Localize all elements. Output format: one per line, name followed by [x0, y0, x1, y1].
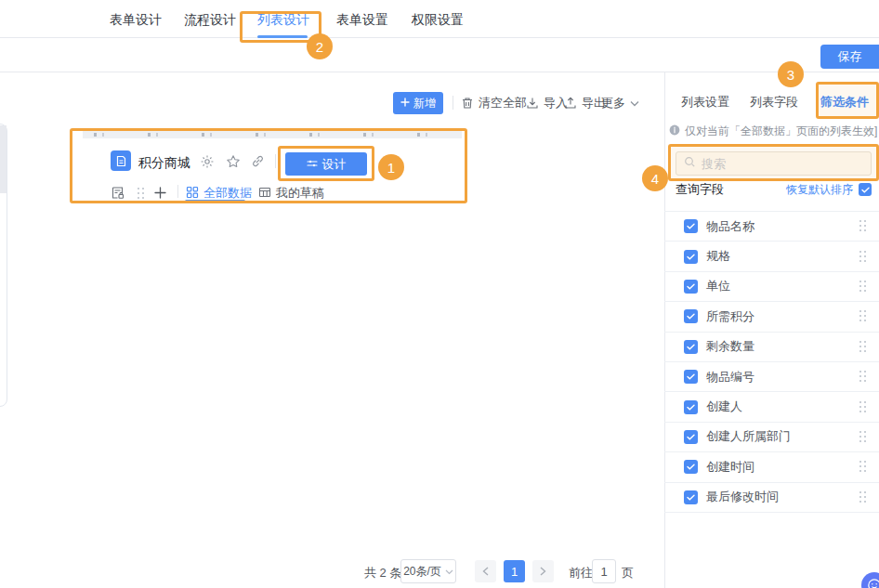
field-label: 最后修改时间: [706, 489, 779, 505]
panel-tab-list-fields[interactable]: 列表字段: [750, 94, 798, 111]
field-label: 创建时间: [706, 459, 754, 476]
field-row-create-time: 创建时间: [664, 452, 879, 482]
field-label: 剩余数量: [706, 338, 754, 355]
more-button[interactable]: 更多: [601, 95, 639, 111]
export-icon: [564, 97, 577, 110]
table-view-icon: [258, 186, 271, 202]
link-icon[interactable]: [250, 153, 266, 169]
field-row-item-name: 物品名称: [664, 212, 879, 242]
tab-form-settings[interactable]: 表单设置: [336, 12, 388, 29]
app-form-icon[interactable]: [111, 150, 131, 171]
field-checkbox[interactable]: [684, 340, 698, 354]
export-button[interactable]: 导出: [564, 95, 606, 111]
import-icon: [526, 97, 539, 110]
total-count: 共 2 条: [364, 565, 401, 581]
design-button[interactable]: 设计: [285, 152, 367, 176]
step-badge-1: 1: [378, 154, 404, 180]
partial-left-card-header: [0, 125, 7, 193]
field-checkbox[interactable]: [684, 280, 698, 294]
field-search-input[interactable]: [702, 157, 850, 171]
current-page-button[interactable]: 1: [504, 560, 525, 582]
add-view-icon[interactable]: [152, 185, 168, 201]
page-unit-label: 页: [622, 565, 634, 581]
top-header: 表单设计 流程设计 列表设计 表单设置 权限设置: [0, 0, 879, 38]
toolbar-separator: [453, 96, 453, 110]
drag-dots-icon[interactable]: [133, 186, 149, 202]
panel-notice: 仅对当前「全部数据」页面的列表生效]: [669, 124, 877, 139]
field-checkbox[interactable]: [684, 490, 698, 504]
step-badge-3: 3: [778, 61, 804, 87]
goto-page-input[interactable]: [592, 559, 616, 583]
design-icon: [307, 157, 318, 171]
goto-label: 前往: [569, 565, 593, 581]
next-page-button[interactable]: [532, 560, 554, 582]
field-checkbox[interactable]: [684, 219, 698, 233]
field-row-item-no: 物品编号: [664, 362, 879, 392]
panel-tab-list-settings[interactable]: 列表设置: [681, 94, 729, 111]
field-row-unit: 单位: [664, 272, 879, 302]
reset-sort-checkbox[interactable]: [859, 183, 872, 196]
drag-handle-icon[interactable]: [859, 371, 868, 383]
search-icon: [684, 155, 696, 172]
trash-icon: [461, 97, 474, 110]
field-label: 物品名称: [706, 218, 754, 235]
step-badge-4: 4: [642, 165, 668, 191]
tab-form-design[interactable]: 表单设计: [110, 12, 162, 29]
app-window: 表单设计 流程设计 列表设计 表单设置 权限设置 保存 新增 清空全部 导入 导…: [0, 0, 879, 588]
add-record-button[interactable]: 新增: [393, 92, 443, 114]
tab-permission-settings[interactable]: 权限设置: [412, 12, 464, 29]
drag-handle-icon[interactable]: [859, 491, 868, 503]
field-checkbox[interactable]: [684, 370, 698, 384]
info-icon: [669, 124, 680, 138]
clear-all-button[interactable]: 清空全部: [461, 95, 527, 111]
chevron-down-icon: [445, 565, 453, 578]
active-view-underline: [185, 200, 245, 203]
drag-handle-icon[interactable]: [859, 401, 868, 413]
grid-view-icon: [186, 186, 199, 202]
panel-tab-filter-conditions[interactable]: 筛选条件: [820, 94, 869, 111]
fields-header: 查询字段 恢复默认排序: [676, 181, 872, 198]
reset-default-sort-link[interactable]: 恢复默认排序: [786, 182, 853, 198]
step-badge-2: 2: [307, 33, 333, 59]
chevron-down-icon: [630, 100, 639, 107]
clipped-row-fragments: [83, 131, 462, 138]
field-checkbox[interactable]: [684, 460, 698, 474]
field-checkbox[interactable]: [684, 250, 698, 264]
drag-handle-icon[interactable]: [859, 251, 868, 263]
field-label: 单位: [706, 278, 730, 294]
prev-page-button[interactable]: [475, 560, 496, 582]
gear-icon[interactable]: [199, 153, 215, 169]
page-size-select[interactable]: 20条/页: [400, 559, 456, 583]
drag-handle-icon[interactable]: [859, 281, 868, 293]
field-label: 物品编号: [706, 369, 754, 385]
fields-header-label: 查询字段: [676, 181, 724, 198]
drag-handle-icon[interactable]: [859, 431, 868, 443]
field-label: 规格: [706, 248, 730, 265]
field-checkbox[interactable]: [684, 309, 698, 323]
import-button[interactable]: 导入: [526, 95, 568, 111]
drag-handle-icon[interactable]: [859, 341, 868, 353]
drag-handle-icon[interactable]: [859, 220, 868, 232]
form-lock-icon[interactable]: [110, 185, 125, 201]
field-checkbox[interactable]: [684, 400, 698, 414]
star-icon[interactable]: [225, 153, 241, 169]
app-name: 积分商城: [138, 155, 190, 172]
tab-list-design[interactable]: 列表设计: [257, 12, 309, 29]
field-row-creator: 创建人: [664, 392, 879, 422]
tab-flow-design[interactable]: 流程设计: [184, 12, 236, 29]
field-row-remaining: 剩余数量: [664, 333, 879, 362]
field-search-box[interactable]: [676, 151, 872, 176]
drag-handle-icon[interactable]: [859, 461, 868, 473]
active-tab-underline: [257, 35, 308, 38]
save-button[interactable]: 保存: [820, 45, 879, 69]
field-checkbox[interactable]: [684, 430, 698, 444]
view-tab-my-drafts[interactable]: 我的草稿: [258, 185, 324, 202]
plus-icon: [400, 97, 410, 110]
card-separator: [275, 154, 276, 168]
field-row-creator-dept: 创建人所属部门: [664, 423, 879, 452]
drag-handle-icon[interactable]: [859, 310, 868, 322]
field-row-modify-time: 最后修改时间: [664, 483, 879, 513]
field-row-spec: 规格: [664, 242, 879, 271]
field-label: 创建人: [706, 399, 742, 415]
field-row-points: 所需积分: [664, 302, 879, 332]
